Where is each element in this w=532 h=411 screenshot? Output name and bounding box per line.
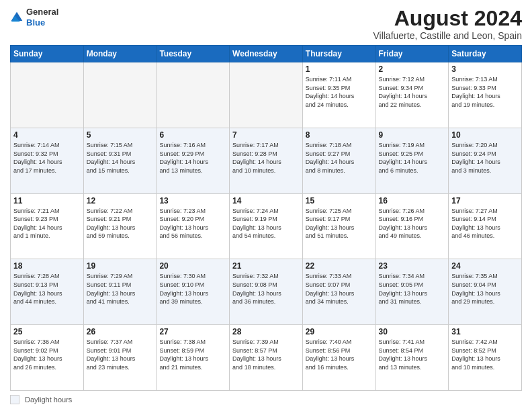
calendar-cell: 15Sunrise: 7:25 AM Sunset: 9:17 PM Dayli… <box>302 193 375 259</box>
day-number: 25 <box>13 327 81 336</box>
calendar-header: SundayMondayTuesdayWednesdayThursdayFrid… <box>11 46 522 62</box>
calendar-cell <box>230 62 303 128</box>
day-number: 24 <box>451 261 519 271</box>
calendar-cell <box>83 62 157 128</box>
calendar-cell: 25Sunrise: 7:36 AM Sunset: 9:02 PM Dayli… <box>11 325 84 391</box>
day-info: Sunrise: 7:20 AM Sunset: 9:24 PM Dayligh… <box>451 141 519 175</box>
day-info: Sunrise: 7:18 AM Sunset: 9:27 PM Dayligh… <box>306 141 373 175</box>
day-info: Sunrise: 7:13 AM Sunset: 9:33 PM Dayligh… <box>451 75 519 109</box>
day-number: 28 <box>232 327 300 336</box>
day-info: Sunrise: 7:28 AM Sunset: 9:13 PM Dayligh… <box>13 272 81 306</box>
page: General Blue August 2024 Villafuerte, Ca… <box>0 0 532 411</box>
col-header-thursday: Thursday <box>302 46 375 62</box>
header: General Blue August 2024 Villafuerte, Ca… <box>10 7 522 41</box>
day-number: 7 <box>232 130 300 140</box>
day-number: 8 <box>306 130 373 140</box>
daylight-label: Daylight hours <box>25 396 72 404</box>
day-info: Sunrise: 7:41 AM Sunset: 8:54 PM Dayligh… <box>379 338 446 371</box>
day-number: 26 <box>87 327 154 336</box>
calendar-body: 1Sunrise: 7:11 AM Sunset: 9:35 PM Daylig… <box>11 62 522 391</box>
day-number: 2 <box>379 64 446 74</box>
logo-general: General <box>26 7 58 17</box>
logo: General Blue <box>10 7 58 28</box>
day-info: Sunrise: 7:14 AM Sunset: 9:32 PM Dayligh… <box>13 141 81 175</box>
col-header-monday: Monday <box>83 46 157 62</box>
col-header-sunday: Sunday <box>11 46 84 62</box>
calendar-cell: 14Sunrise: 7:24 AM Sunset: 9:19 PM Dayli… <box>230 193 303 259</box>
calendar-cell: 12Sunrise: 7:22 AM Sunset: 9:21 PM Dayli… <box>83 193 157 259</box>
day-info: Sunrise: 7:34 AM Sunset: 9:05 PM Dayligh… <box>379 272 446 306</box>
day-info: Sunrise: 7:11 AM Sunset: 9:35 PM Dayligh… <box>306 75 373 109</box>
day-number: 3 <box>451 64 519 74</box>
day-number: 13 <box>159 196 226 205</box>
day-info: Sunrise: 7:42 AM Sunset: 8:52 PM Dayligh… <box>451 338 519 371</box>
calendar-cell: 26Sunrise: 7:37 AM Sunset: 9:01 PM Dayli… <box>83 325 157 391</box>
footer: Daylight hours <box>10 395 522 404</box>
logo-text: General Blue <box>26 7 58 28</box>
calendar-cell: 28Sunrise: 7:39 AM Sunset: 8:57 PM Dayli… <box>230 325 303 391</box>
day-number: 14 <box>232 196 300 205</box>
calendar-cell: 17Sunrise: 7:27 AM Sunset: 9:14 PM Dayli… <box>449 193 522 259</box>
week-row-4: 18Sunrise: 7:28 AM Sunset: 9:13 PM Dayli… <box>11 259 522 325</box>
day-info: Sunrise: 7:22 AM Sunset: 9:21 PM Dayligh… <box>87 207 154 240</box>
day-info: Sunrise: 7:40 AM Sunset: 8:56 PM Dayligh… <box>306 338 373 371</box>
calendar-cell: 27Sunrise: 7:38 AM Sunset: 8:59 PM Dayli… <box>157 325 230 391</box>
day-info: Sunrise: 7:37 AM Sunset: 9:01 PM Dayligh… <box>87 338 154 371</box>
title-block: August 2024 Villafuerte, Castille and Le… <box>373 7 522 41</box>
logo-blue: Blue <box>26 17 45 28</box>
calendar-cell: 19Sunrise: 7:29 AM Sunset: 9:11 PM Dayli… <box>83 259 157 325</box>
calendar-cell: 2Sunrise: 7:12 AM Sunset: 9:34 PM Daylig… <box>375 62 449 128</box>
calendar-cell: 13Sunrise: 7:23 AM Sunset: 9:20 PM Dayli… <box>157 193 230 259</box>
day-info: Sunrise: 7:17 AM Sunset: 9:28 PM Dayligh… <box>232 141 300 175</box>
day-number: 10 <box>451 130 519 140</box>
calendar-cell: 30Sunrise: 7:41 AM Sunset: 8:54 PM Dayli… <box>375 325 449 391</box>
calendar-cell: 3Sunrise: 7:13 AM Sunset: 9:33 PM Daylig… <box>449 62 522 128</box>
day-info: Sunrise: 7:33 AM Sunset: 9:07 PM Dayligh… <box>306 272 373 306</box>
day-info: Sunrise: 7:32 AM Sunset: 9:08 PM Dayligh… <box>232 272 300 306</box>
calendar-cell: 6Sunrise: 7:16 AM Sunset: 9:29 PM Daylig… <box>157 128 230 193</box>
day-number: 4 <box>13 130 81 140</box>
week-row-2: 4Sunrise: 7:14 AM Sunset: 9:32 PM Daylig… <box>11 128 522 193</box>
day-info: Sunrise: 7:36 AM Sunset: 9:02 PM Dayligh… <box>13 338 81 371</box>
day-info: Sunrise: 7:30 AM Sunset: 9:10 PM Dayligh… <box>159 272 226 306</box>
day-info: Sunrise: 7:12 AM Sunset: 9:34 PM Dayligh… <box>379 75 446 109</box>
day-number: 27 <box>159 327 226 336</box>
calendar-cell: 10Sunrise: 7:20 AM Sunset: 9:24 PM Dayli… <box>449 128 522 193</box>
day-info: Sunrise: 7:35 AM Sunset: 9:04 PM Dayligh… <box>451 272 519 306</box>
day-info: Sunrise: 7:29 AM Sunset: 9:11 PM Dayligh… <box>87 272 154 306</box>
day-info: Sunrise: 7:19 AM Sunset: 9:25 PM Dayligh… <box>379 141 446 175</box>
calendar-cell: 16Sunrise: 7:26 AM Sunset: 9:16 PM Dayli… <box>375 193 449 259</box>
day-number: 9 <box>379 130 446 140</box>
day-number: 21 <box>232 261 300 271</box>
calendar-cell: 22Sunrise: 7:33 AM Sunset: 9:07 PM Dayli… <box>302 259 375 325</box>
day-number: 18 <box>13 261 81 271</box>
calendar-cell: 1Sunrise: 7:11 AM Sunset: 9:35 PM Daylig… <box>302 62 375 128</box>
day-info: Sunrise: 7:16 AM Sunset: 9:29 PM Dayligh… <box>159 141 226 175</box>
day-number: 17 <box>451 196 519 205</box>
day-info: Sunrise: 7:23 AM Sunset: 9:20 PM Dayligh… <box>159 207 226 240</box>
calendar-cell: 18Sunrise: 7:28 AM Sunset: 9:13 PM Dayli… <box>11 259 84 325</box>
day-info: Sunrise: 7:38 AM Sunset: 8:59 PM Dayligh… <box>159 338 226 371</box>
calendar-cell: 29Sunrise: 7:40 AM Sunset: 8:56 PM Dayli… <box>302 325 375 391</box>
logo-icon <box>10 11 24 24</box>
day-info: Sunrise: 7:21 AM Sunset: 9:23 PM Dayligh… <box>13 207 81 240</box>
calendar-cell: 11Sunrise: 7:21 AM Sunset: 9:23 PM Dayli… <box>11 193 84 259</box>
day-number: 29 <box>306 327 373 336</box>
calendar-cell: 31Sunrise: 7:42 AM Sunset: 8:52 PM Dayli… <box>449 325 522 391</box>
day-number: 11 <box>13 196 81 205</box>
day-info: Sunrise: 7:25 AM Sunset: 9:17 PM Dayligh… <box>306 207 373 240</box>
calendar-cell <box>11 62 84 128</box>
week-row-1: 1Sunrise: 7:11 AM Sunset: 9:35 PM Daylig… <box>11 62 522 128</box>
day-info: Sunrise: 7:27 AM Sunset: 9:14 PM Dayligh… <box>451 207 519 240</box>
day-number: 12 <box>87 196 154 205</box>
main-title: August 2024 <box>373 7 522 30</box>
day-info: Sunrise: 7:26 AM Sunset: 9:16 PM Dayligh… <box>379 207 446 240</box>
col-header-saturday: Saturday <box>449 46 522 62</box>
calendar-cell: 24Sunrise: 7:35 AM Sunset: 9:04 PM Dayli… <box>449 259 522 325</box>
col-header-wednesday: Wednesday <box>230 46 303 62</box>
day-number: 15 <box>306 196 373 205</box>
week-row-3: 11Sunrise: 7:21 AM Sunset: 9:23 PM Dayli… <box>11 193 522 259</box>
day-number: 22 <box>306 261 373 271</box>
calendar-cell: 8Sunrise: 7:18 AM Sunset: 9:27 PM Daylig… <box>302 128 375 193</box>
calendar-cell: 4Sunrise: 7:14 AM Sunset: 9:32 PM Daylig… <box>11 128 84 193</box>
